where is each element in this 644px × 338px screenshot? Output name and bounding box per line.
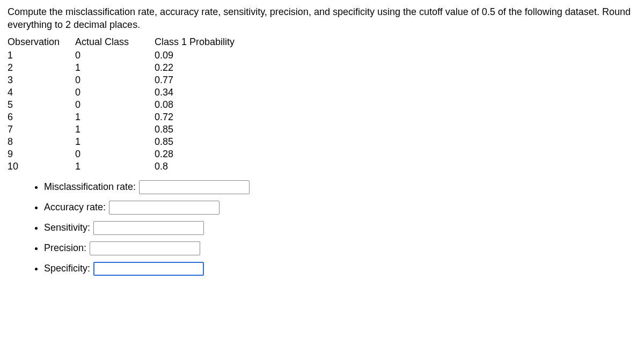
table-row: 3 0 0.77	[8, 74, 262, 86]
cell-obs: 10	[8, 160, 75, 173]
cell-actual: 1	[75, 160, 155, 173]
cell-actual: 0	[75, 86, 155, 99]
cell-actual: 1	[75, 111, 155, 123]
cell-prob: 0.08	[155, 99, 262, 111]
cell-obs: 6	[8, 111, 75, 123]
cell-prob: 0.34	[155, 86, 262, 99]
cell-obs: 2	[8, 62, 75, 74]
cell-actual: 0	[75, 74, 155, 86]
accuracy-input[interactable]	[109, 201, 219, 215]
misclassification-input[interactable]	[139, 180, 250, 194]
accuracy-label: Accuracy rate:	[44, 202, 106, 213]
cell-prob: 0.28	[155, 148, 262, 160]
cell-actual: 1	[75, 136, 155, 148]
misclassification-label: Misclassification rate:	[44, 181, 136, 193]
dataset-table: Observation Actual Class Class 1 Probabi…	[8, 36, 262, 173]
cell-actual: 0	[75, 49, 155, 62]
table-row: 6 1 0.72	[8, 111, 262, 123]
header-actual-class: Actual Class	[75, 36, 155, 49]
answer-fields-list: Misclassification rate: Accuracy rate: S…	[8, 180, 636, 276]
header-observation: Observation	[8, 36, 75, 49]
specificity-input[interactable]	[93, 262, 204, 276]
table-row: 9 0 0.28	[8, 148, 262, 160]
table-row: 4 0 0.34	[8, 86, 262, 99]
table-row: 5 0 0.08	[8, 99, 262, 111]
cell-actual: 0	[75, 148, 155, 160]
precision-input[interactable]	[90, 241, 200, 255]
table-row: 1 0 0.09	[8, 49, 262, 62]
cell-obs: 9	[8, 148, 75, 160]
cell-prob: 0.72	[155, 111, 262, 123]
cell-prob: 0.85	[155, 136, 262, 148]
table-row: 10 1 0.8	[8, 160, 262, 173]
table-header-row: Observation Actual Class Class 1 Probabi…	[8, 36, 262, 49]
cell-actual: 1	[75, 62, 155, 74]
cell-obs: 7	[8, 123, 75, 136]
cell-actual: 0	[75, 99, 155, 111]
header-class1-prob: Class 1 Probability	[155, 36, 262, 49]
cell-obs: 4	[8, 86, 75, 99]
table-row: 7 1 0.85	[8, 123, 262, 136]
cell-prob: 0.77	[155, 74, 262, 86]
cell-prob: 0.8	[155, 160, 262, 173]
cell-obs: 5	[8, 99, 75, 111]
cell-obs: 3	[8, 74, 75, 86]
table-row: 8 1 0.85	[8, 136, 262, 148]
cell-prob: 0.85	[155, 123, 262, 136]
cell-obs: 8	[8, 136, 75, 148]
cell-prob: 0.22	[155, 62, 262, 74]
precision-label: Precision:	[44, 243, 86, 254]
sensitivity-input[interactable]	[93, 221, 204, 235]
question-prompt: Compute the misclassification rate, accu…	[8, 5, 636, 32]
cell-obs: 1	[8, 49, 75, 62]
sensitivity-label: Sensitivity:	[44, 222, 90, 233]
cell-actual: 1	[75, 123, 155, 136]
cell-prob: 0.09	[155, 49, 262, 62]
table-row: 2 1 0.22	[8, 62, 262, 74]
specificity-label: Specificity:	[44, 263, 90, 274]
